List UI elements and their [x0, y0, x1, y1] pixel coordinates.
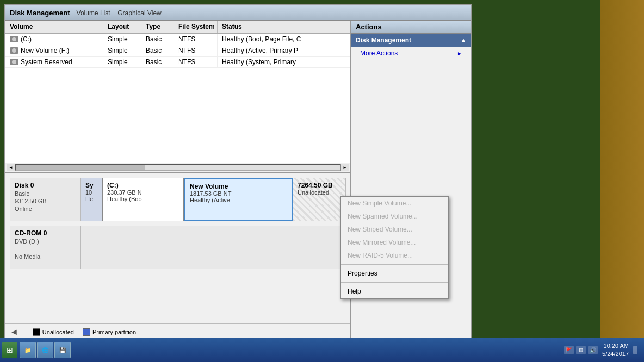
start-button[interactable]: ⊞ — [2, 342, 17, 358]
ctx-new-simple[interactable]: New Simple Volume... — [341, 197, 448, 210]
td-status-2: Healthy (System, Primary — [218, 57, 350, 67]
partition-sys[interactable]: Sy 10 He — [81, 178, 103, 221]
partition-unallocated[interactable]: 7264.50 GB Unallocated — [293, 178, 345, 221]
taskbar-app-3-label: 💾 — [59, 347, 66, 353]
actions-disk-management-section[interactable]: Disk Management ▲ — [351, 34, 471, 47]
c-size: 230.37 GB N — [107, 189, 179, 196]
td-type-2: Basic — [141, 57, 174, 67]
disk0-size: 9312.50 GB — [15, 198, 76, 204]
sys-label: Sy — [85, 182, 97, 189]
title-bar: Disk Management Volume List + Graphical … — [5, 5, 471, 21]
legend-primary-label: Primary partition — [92, 329, 136, 335]
scroll-left-button[interactable]: ◄ — [7, 164, 15, 171]
partition-c[interactable]: (C:) 230.37 GB N Healthy (Boo — [103, 178, 184, 221]
ctx-new-spanned[interactable]: New Spanned Volume... — [341, 210, 448, 223]
unalloc-size: 7264.50 GB — [298, 182, 341, 189]
scroll-thumb[interactable] — [16, 165, 145, 170]
taskbar-app-1-label: 📁 — [24, 347, 31, 353]
cdrom0-partition — [81, 226, 346, 269]
taskbar-app-3[interactable]: 💾 — [54, 342, 71, 358]
sys-extra: He — [85, 196, 97, 202]
taskbar-apps: 📁 🌐 💾 — [20, 342, 560, 358]
left-panel: Volume Layout Type File System Status (C… — [5, 21, 351, 340]
ctx-new-striped[interactable]: New Striped Volume... — [341, 223, 448, 236]
legend-unallocated: Unallocated — [33, 328, 74, 336]
disk0-status: Online — [15, 205, 76, 212]
td-type-0: Basic — [141, 34, 174, 45]
td-status-1: Healthy (Active, Primary P — [218, 45, 350, 56]
td-status-0: Healthy (Boot, Page File, C — [218, 34, 350, 45]
ctx-properties[interactable]: Properties — [341, 267, 448, 280]
tray-icons: 🚩 🖥 🔊 — [564, 346, 598, 354]
volume-table: Volume Layout Type File System Status (C… — [5, 21, 350, 163]
td-volume-1: New Volume (F:) — [5, 45, 103, 56]
start-icon: ⊞ — [7, 346, 13, 354]
td-fs-1: NTFS — [174, 45, 218, 56]
td-volume-2: System Reserved — [5, 57, 103, 67]
legend-unallocated-box — [33, 328, 40, 336]
td-layout-0: Simple — [103, 34, 141, 45]
ctx-separator-2 — [341, 282, 448, 283]
taskbar: ⊞ 📁 🌐 💾 🚩 🖥 🔊 10:20 AM 5/24/2017 — [0, 338, 644, 362]
td-layout-1: Simple — [103, 45, 141, 56]
tray-network-icon[interactable]: 🖥 — [576, 346, 586, 354]
taskbar-tray: 🚩 🖥 🔊 10:20 AM 5/24/2017 — [560, 342, 642, 359]
new-status: Healthy (Active — [190, 197, 288, 203]
bg-decoration — [600, 0, 644, 362]
nav-prev-icon[interactable]: ◄ — [10, 327, 18, 337]
scroll-right-button[interactable]: ► — [340, 164, 349, 171]
td-fs-2: NTFS — [174, 57, 218, 67]
new-size: 1817.53 GB NT — [190, 190, 288, 197]
col-header-type: Type — [141, 21, 174, 33]
cdrom0-row: CD-ROM 0 DVD (D:) No Media — [10, 226, 346, 269]
cdrom0-name: CD-ROM 0 — [15, 229, 76, 237]
tray-clock[interactable]: 10:20 AM 5/24/2017 — [602, 342, 629, 359]
cdrom0-label: CD-ROM 0 DVD (D:) No Media — [10, 226, 81, 269]
td-type-1: Basic — [141, 45, 174, 56]
ctx-help[interactable]: Help — [341, 285, 448, 298]
disk0-row: Disk 0 Basic 9312.50 GB Online Sy 10 He … — [10, 178, 346, 221]
tray-volume-icon[interactable]: 🔊 — [588, 346, 598, 354]
disk-icon-0 — [10, 36, 18, 42]
col-header-fs: File System — [174, 21, 218, 33]
tray-flag-icon[interactable]: 🚩 — [564, 346, 574, 354]
more-actions-item[interactable]: More Actions ► — [351, 47, 471, 60]
taskbar-app-1[interactable]: 📁 — [20, 342, 36, 358]
sys-sub: 10 — [85, 189, 97, 196]
td-layout-2: Simple — [103, 57, 141, 67]
disk0-name: Disk 0 — [15, 182, 76, 189]
cdrom0-status: No Media — [15, 253, 76, 260]
taskbar-app-2-label: 🌐 — [42, 347, 48, 353]
disk0-label: Disk 0 Basic 9312.50 GB Online — [10, 178, 81, 221]
td-fs-0: NTFS — [174, 34, 218, 45]
more-actions-label: More Actions — [360, 49, 398, 57]
table-header: Volume Layout Type File System Status — [5, 21, 350, 34]
actions-section-arrow: ▲ — [460, 36, 467, 44]
legend-unallocated-label: Unallocated — [42, 329, 74, 335]
scroll-track[interactable] — [15, 164, 340, 171]
context-menu: New Simple Volume... New Spanned Volume.… — [340, 196, 449, 299]
col-header-status: Status — [218, 21, 350, 33]
ctx-new-raid5[interactable]: New RAID-5 Volume... — [341, 249, 448, 262]
show-desktop-button[interactable] — [633, 346, 637, 354]
window-title: Disk Management — [10, 9, 70, 17]
window-subtitle: Volume List + Graphical View — [77, 9, 162, 17]
td-volume-0: (C:) — [5, 34, 103, 45]
taskbar-app-2[interactable]: 🌐 — [37, 342, 53, 358]
table-row[interactable]: (C:) Simple Basic NTFS Healthy (Boot, Pa… — [5, 34, 350, 45]
c-label: (C:) — [107, 182, 179, 189]
disk-graphical-view: Disk 0 Basic 9312.50 GB Online Sy 10 He … — [5, 172, 350, 324]
disk0-type: Basic — [15, 190, 76, 197]
more-actions-arrow: ► — [457, 51, 462, 57]
disk0-partitions: Sy 10 He (C:) 230.37 GB N Healthy (Boo N… — [81, 178, 346, 221]
horizontal-scrollbar[interactable]: ◄ ► — [5, 163, 350, 172]
disk-icon-1 — [10, 47, 18, 54]
col-header-volume: Volume — [5, 21, 103, 33]
disk-icon-2 — [10, 59, 18, 65]
table-row[interactable]: System Reserved Simple Basic NTFS Health… — [5, 57, 350, 68]
table-row[interactable]: New Volume (F:) Simple Basic NTFS Health… — [5, 45, 350, 57]
ctx-new-mirrored[interactable]: New Mirrored Volume... — [341, 236, 448, 249]
legend-primary-box — [83, 328, 90, 336]
partition-new-volume[interactable]: New Volume 1817.53 GB NT Healthy (Active — [184, 178, 293, 221]
actions-section-label: Disk Management — [356, 36, 411, 44]
